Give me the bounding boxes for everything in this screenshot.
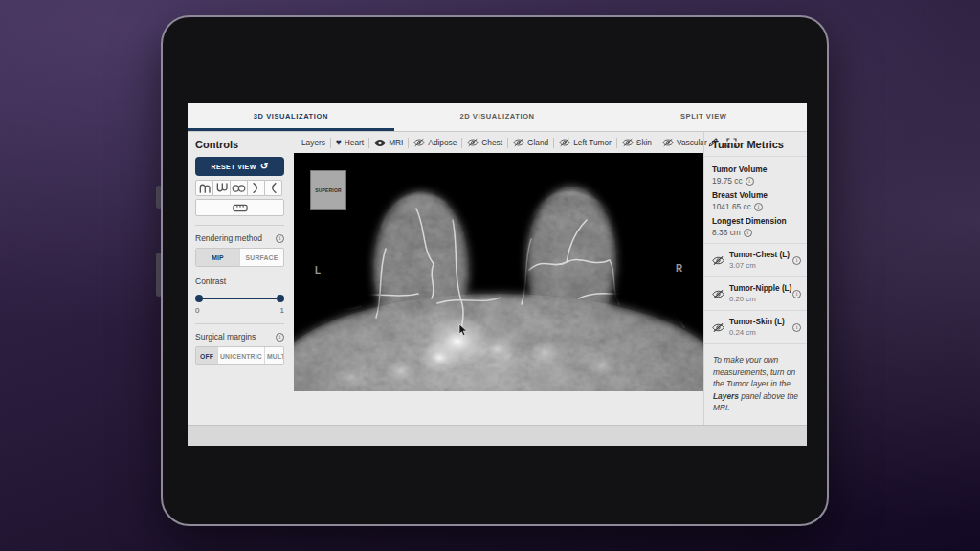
orientation-cube[interactable]: SUPERIOR: [310, 170, 346, 210]
margins-option-unicentric[interactable]: UNICENTRIC: [217, 347, 264, 364]
eye-off-icon: [467, 138, 479, 147]
stat-value: 8.36 cm: [712, 228, 741, 237]
layer-toggle-adipose[interactable]: Adipose: [413, 138, 457, 147]
contrast-min-label: 0: [195, 306, 199, 315]
rendering-info-icon[interactable]: [276, 234, 284, 243]
stat-tumor-volume: Tumor Volume 19.75 cc: [712, 165, 799, 186]
layer-label: Adipose: [428, 138, 457, 147]
tumor-metrics-title: Tumor Metrics: [704, 132, 807, 157]
stat-longest-dimension: Longest Dimension 8.36 cm: [712, 216, 799, 237]
eye-off-icon: [622, 138, 634, 147]
stat-label: Breast Volume: [712, 190, 799, 200]
divider: [195, 323, 284, 324]
contrast-slider-min-thumb[interactable]: [195, 295, 203, 302]
eye-off-icon[interactable]: [712, 255, 724, 266]
inferior-view-button[interactable]: [212, 180, 231, 196]
rendering-option-surface[interactable]: SURFACE: [239, 249, 283, 266]
measurement-tumor-nipple: Tumor-Nipple (L) 0.20 cm: [704, 277, 807, 311]
contrast-max-label: 1: [280, 306, 284, 315]
layers-label: Layers: [301, 138, 325, 147]
rendering-option-mip[interactable]: MIP: [196, 249, 239, 266]
measurement-tumor-skin: Tumor-Skin (L) 0.24 cm: [704, 311, 807, 344]
anterior-view-icon: [232, 183, 246, 194]
stat-breast-volume: Breast Volume 1041.65 cc: [712, 190, 799, 211]
left-lateral-view-icon: [268, 182, 278, 194]
tumor-chest-info-icon[interactable]: [792, 256, 801, 265]
layer-label: Skin: [636, 138, 652, 147]
tab-split-view[interactable]: SPLIT VIEW: [600, 103, 807, 131]
layer-toggle-chest[interactable]: Chest: [467, 138, 502, 147]
metrics-stats: Tumor Volume 19.75 cc Breast Volume 1041…: [704, 157, 807, 244]
right-lateral-view-button[interactable]: [247, 180, 265, 196]
eye-off-icon: [662, 138, 674, 147]
measurement-label: Tumor-Skin (L): [729, 318, 788, 326]
measurement-label: Tumor-Chest (L): [729, 251, 788, 259]
stat-label: Longest Dimension: [712, 216, 799, 226]
reset-view-button[interactable]: RESET VIEW ↺: [195, 157, 284, 176]
layer-label: Heart: [345, 138, 364, 147]
longest-dimension-info-icon[interactable]: [744, 229, 752, 237]
note-text: To make your own measurements, turn on t…: [713, 355, 795, 388]
tumor-nipple-info-icon[interactable]: [792, 290, 801, 298]
contrast-slider-max-thumb[interactable]: [277, 295, 284, 302]
anterior-view-button[interactable]: [230, 180, 248, 196]
measurement-value: 0.20 cm: [729, 295, 788, 303]
layer-label: Gland: [527, 138, 548, 147]
surgical-margins-info-icon[interactable]: [276, 333, 284, 342]
stat-value: 1041.65 cc: [712, 202, 751, 211]
eye-off-icon[interactable]: [712, 289, 724, 299]
tab-2d-visualization[interactable]: 2D VISUALIZATION: [394, 103, 601, 131]
tumor-metrics-panel: Tumor Metrics Tumor Volume 19.75 cc Brea…: [703, 132, 807, 425]
layer-toggle-gland[interactable]: Gland: [513, 138, 548, 147]
rendering-method-toggle: MIP SURFACE: [195, 248, 284, 267]
reset-icon: ↺: [260, 162, 269, 171]
surgical-margins-label: Surgical margins: [195, 332, 256, 342]
left-orientation-marker: L: [315, 265, 321, 276]
tumor-skin-info-icon[interactable]: [792, 323, 801, 332]
breast-volume-info-icon[interactable]: [754, 203, 763, 211]
layer-label: MRI: [389, 138, 403, 147]
eye-off-icon: [513, 138, 524, 147]
app-footer-bar: [188, 425, 807, 446]
controls-panel: Controls RESET VIEW ↺: [188, 132, 292, 425]
eye-off-icon[interactable]: [712, 322, 724, 333]
layer-toggle-vascular[interactable]: Vascular: [662, 138, 707, 147]
tumor-volume-info-icon[interactable]: [746, 177, 754, 186]
layer-label: Vascular: [677, 138, 707, 147]
layer-toggle-mri[interactable]: MRI: [374, 138, 403, 147]
measurement-value: 0.24 cm: [729, 328, 788, 337]
contrast-slider[interactable]: [195, 294, 284, 303]
view-tabbar: 3D VISUALIZATION 2D VISUALIZATION SPLIT …: [188, 103, 807, 132]
mri-mip-render: [294, 153, 703, 391]
measurement-label: Tumor-Nipple (L): [729, 284, 788, 293]
margins-option-multicentric[interactable]: MULTICENTRIC: [264, 347, 283, 364]
superior-view-icon: [198, 182, 212, 194]
app-window: 3D VISUALIZATION 2D VISUALIZATION SPLIT …: [188, 103, 807, 446]
layers-bar: Layers ♥ Heart MRI Adipose: [292, 132, 703, 153]
heart-icon: ♥: [336, 138, 342, 147]
view-orientation-buttons: [195, 180, 284, 196]
tab-3d-visualization[interactable]: 3D VISUALIZATION: [188, 103, 394, 131]
right-orientation-marker: R: [676, 263, 682, 274]
mri-3d-viewport[interactable]: SUPERIOR L R: [294, 153, 703, 391]
left-lateral-view-button[interactable]: [264, 180, 282, 196]
layer-toggle-skin[interactable]: Skin: [622, 138, 652, 147]
measurement-value: 3.07 cm: [729, 261, 788, 270]
contrast-slider-track: [197, 298, 282, 299]
controls-title: Controls: [195, 139, 284, 150]
note-bold-text: Layers: [713, 391, 739, 401]
superior-view-button[interactable]: [195, 180, 213, 196]
margins-option-off[interactable]: OFF: [196, 347, 217, 364]
rendering-method-label: Rendering method: [195, 233, 262, 243]
reset-view-label: RESET VIEW: [212, 164, 256, 170]
layer-toggle-left-tumor[interactable]: Left Tumor: [559, 138, 612, 147]
ruler-icon: [233, 204, 248, 212]
stat-label: Tumor Volume: [712, 165, 799, 174]
stat-value: 19.75 cc: [712, 176, 743, 186]
eye-off-icon: [559, 138, 570, 147]
layer-toggle-heart[interactable]: ♥ Heart: [336, 138, 364, 147]
ruler-button[interactable]: [195, 199, 284, 216]
layer-label: Left Tumor: [573, 138, 612, 147]
layer-label: Chest: [481, 138, 502, 147]
measurement-note: To make your own measurements, turn on t…: [704, 344, 807, 424]
